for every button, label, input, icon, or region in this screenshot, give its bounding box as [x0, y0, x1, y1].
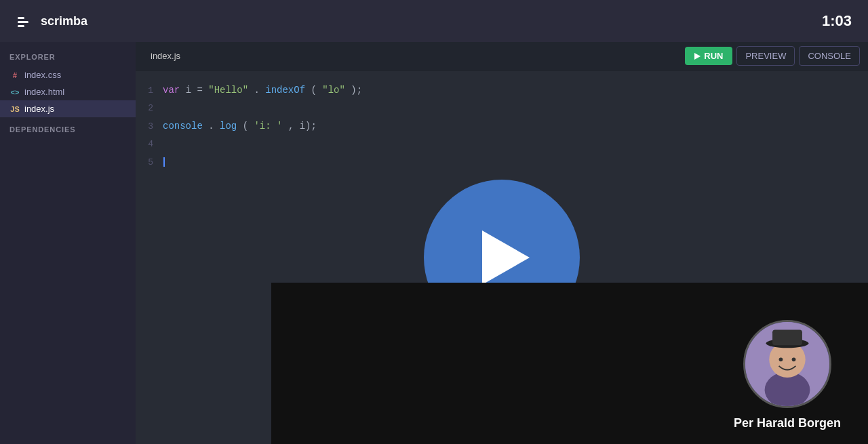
dependencies-label: DEPENDENCIES: [0, 125, 136, 139]
presenter-name: Per Harald Borgen: [734, 416, 841, 430]
run-play-icon: [694, 53, 701, 60]
run-label: RUN: [704, 51, 723, 61]
console-button[interactable]: CONSOLE: [799, 46, 860, 66]
html-file-icon: <>: [9, 88, 20, 96]
js-file-icon: JS: [9, 105, 20, 113]
preview-button[interactable]: PREVIEW: [736, 46, 795, 66]
play-triangle-icon: [482, 230, 530, 285]
explorer-label: EXPLORER: [0, 53, 136, 66]
code-line-3: 3 console . log ( 'i: ' , i);: [136, 117, 868, 136]
line-num-1: 1: [136, 82, 163, 100]
css-file-icon: #: [9, 71, 20, 79]
sidebar: EXPLORER # index.css <> index.html JS in…: [0, 42, 136, 444]
sidebar-file-html[interactable]: <> index.html: [0, 83, 136, 100]
video-section: Per Harald Borgen: [271, 283, 868, 444]
logo-icon: [16, 12, 35, 31]
avatar: [743, 320, 831, 408]
line-code-3: console . log ( 'i: ' , i);: [163, 117, 317, 135]
tab-actions: RUN PREVIEW CONSOLE: [685, 46, 860, 66]
sidebar-file-js[interactable]: JS index.js: [0, 100, 136, 117]
timer-display: 1:03: [822, 12, 852, 30]
presenter-card: Per Harald Borgen: [734, 320, 841, 430]
topbar: scrimba 1:03: [0, 0, 868, 42]
svg-point-8: [779, 357, 783, 361]
code-line-4: 4: [136, 136, 868, 153]
editor-area: index.js RUN PREVIEW CONSOLE 1 var i = "…: [136, 42, 868, 444]
svg-rect-7: [772, 329, 802, 345]
run-button[interactable]: RUN: [685, 47, 732, 65]
editor-tabs: index.js RUN PREVIEW CONSOLE: [136, 42, 868, 70]
logo: scrimba: [16, 12, 87, 31]
code-line-5: 5: [136, 153, 868, 171]
main-layout: EXPLORER # index.css <> index.html JS in…: [0, 42, 868, 444]
css-file-name: index.css: [24, 70, 61, 80]
logo-text: scrimba: [41, 14, 87, 28]
line-num-2: 2: [136, 100, 163, 117]
sidebar-file-css[interactable]: # index.css: [0, 66, 136, 83]
line-num-5: 5: [136, 154, 163, 171]
code-line-2: 2: [136, 100, 868, 117]
line-num-4: 4: [136, 136, 163, 153]
active-tab[interactable]: index.js: [144, 47, 187, 65]
svg-rect-1: [18, 21, 28, 23]
svg-rect-2: [18, 25, 24, 27]
line-num-3: 3: [136, 118, 163, 136]
html-file-name: index.html: [24, 87, 64, 97]
svg-rect-0: [18, 17, 24, 19]
svg-point-9: [792, 357, 796, 361]
line-code-1: var i = "Hello" . indexOf ( "lo" );: [163, 81, 362, 99]
js-file-name: index.js: [24, 104, 54, 114]
line-code-5: [163, 153, 165, 171]
code-line-1: 1 var i = "Hello" . indexOf ( "lo" );: [136, 81, 868, 100]
text-cursor: [163, 157, 165, 167]
